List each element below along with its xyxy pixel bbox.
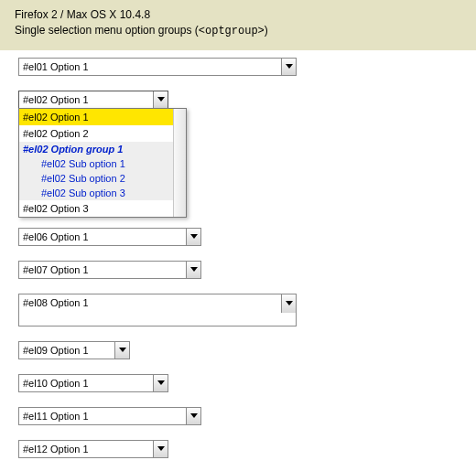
select-value: #el01 Option 1 xyxy=(19,59,281,75)
dropdown-arrow-icon[interactable] xyxy=(281,59,296,75)
select-row-el11: #el11 Option 1 xyxy=(18,407,458,425)
select-value: #el11 Option 1 xyxy=(19,408,186,424)
svg-marker-0 xyxy=(286,64,293,69)
dropdown-arrow-icon[interactable] xyxy=(186,408,200,424)
select-row-el01: #el01 Option 1 xyxy=(18,58,458,76)
optgroup-label-el02-1: #el02 Option group 1 xyxy=(19,142,186,156)
svg-marker-7 xyxy=(190,413,198,418)
dropdown-arrow-icon[interactable] xyxy=(281,294,296,313)
select-el07[interactable]: #el07 Option 1 xyxy=(18,261,201,279)
option-el02-sub1[interactable]: #el02 Sub option 1 xyxy=(19,156,186,171)
dropdown-arrow-icon[interactable] xyxy=(186,262,200,278)
select-row-el08: #el08 Option 1 xyxy=(18,294,458,326)
select-value: #el06 Option 1 xyxy=(19,229,186,245)
select-el02[interactable]: #el02 Option 1 xyxy=(18,91,168,109)
option-el02-3[interactable]: #el02 Option 3 xyxy=(19,200,186,217)
select-value: #el10 Option 1 xyxy=(19,375,153,391)
header-banner: Firefox 2 / Max OS X 10.4.8 Single selec… xyxy=(0,0,476,50)
dropdown-arrow-icon[interactable] xyxy=(153,91,168,108)
dropdown-arrow-icon[interactable] xyxy=(153,375,168,391)
svg-marker-6 xyxy=(157,380,165,385)
option-el02-sub3[interactable]: #el02 Sub option 3 xyxy=(19,186,186,200)
dropdown-menu-el02: #el02 Option 1 #el02 Option 2 #el02 Opti… xyxy=(18,108,187,218)
select-row-el07: #el07 Option 1 xyxy=(18,261,458,279)
page-subtitle: Single selection menu option groups (<op… xyxy=(15,23,461,39)
select-el09[interactable]: #el09 Option 1 xyxy=(18,341,130,359)
select-value: #el09 Option 1 xyxy=(19,342,114,359)
select-row-el12: #el12 Option 1 xyxy=(18,440,458,458)
select-el08[interactable]: #el08 Option 1 xyxy=(18,294,297,326)
select-row-el10: #el10 Option 1 xyxy=(18,374,458,392)
scrollbar[interactable] xyxy=(173,109,186,217)
select-value: #el08 Option 1 xyxy=(19,294,296,311)
select-value: #el07 Option 1 xyxy=(19,262,186,278)
svg-marker-4 xyxy=(286,301,293,305)
subtitle-prefix: Single selection menu option groups ( xyxy=(15,24,199,37)
browser-os-label: Firefox 2 / Max OS X 10.4.8 xyxy=(15,7,461,23)
dropdown-arrow-icon[interactable] xyxy=(114,342,129,359)
svg-marker-2 xyxy=(190,234,198,239)
subtitle-suffix: ) xyxy=(265,24,268,37)
option-el02-1[interactable]: #el02 Option 1 xyxy=(19,109,186,125)
select-el01[interactable]: #el01 Option 1 xyxy=(18,58,297,76)
select-value: #el12 Option 1 xyxy=(19,441,153,457)
svg-marker-1 xyxy=(157,97,165,102)
select-el12[interactable]: #el12 Option 1 xyxy=(18,440,168,458)
svg-marker-5 xyxy=(119,348,126,352)
option-el02-sub2[interactable]: #el02 Sub option 2 xyxy=(19,171,186,186)
select-row-el06: #el06 Option 1 xyxy=(18,228,458,246)
svg-marker-8 xyxy=(157,446,165,451)
select-row-el09: #el09 Option 1 xyxy=(18,341,458,359)
dropdown-arrow-icon[interactable] xyxy=(186,229,200,245)
content-area: #el01 Option 1 #el02 Option 1 #el02 Opti… xyxy=(0,50,476,471)
select-el11[interactable]: #el11 Option 1 xyxy=(18,407,201,425)
option-el02-2[interactable]: #el02 Option 2 xyxy=(19,125,186,142)
select-value: #el02 Option 1 xyxy=(19,91,153,108)
dropdown-arrow-icon[interactable] xyxy=(153,441,168,457)
select-el06[interactable]: #el06 Option 1 xyxy=(18,228,201,246)
subtitle-code: <optgroup> xyxy=(199,25,265,37)
select-row-el02: #el02 Option 1 #el02 Option 1 #el02 Opti… xyxy=(18,91,458,109)
svg-marker-3 xyxy=(190,267,198,272)
select-el10[interactable]: #el10 Option 1 xyxy=(18,374,168,392)
